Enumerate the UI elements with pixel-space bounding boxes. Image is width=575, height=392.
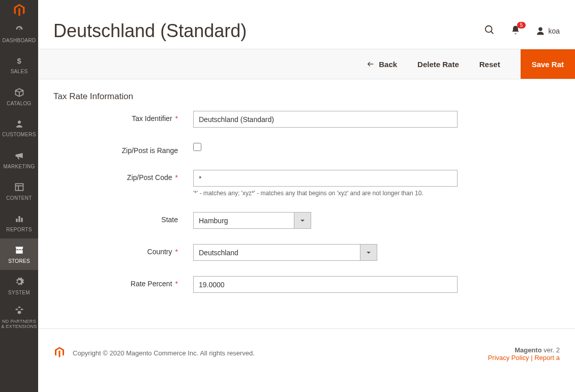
required-marker: *: [175, 248, 178, 256]
required-marker: *: [175, 114, 178, 123]
svg-rect-7: [21, 218, 22, 222]
zip-code-help: '*' - matches any; 'xyz*' - matches any …: [193, 190, 458, 197]
zip-is-range-label: Zip/Post is Range: [122, 146, 178, 155]
brand-name: Magento: [515, 346, 541, 354]
svg-point-1: [18, 120, 21, 124]
dollar-icon: $: [15, 56, 24, 67]
tax-rate-form: Tax Rate Information Tax Identifier* Zip…: [38, 79, 575, 328]
search-icon[interactable]: [484, 24, 495, 38]
store-icon: [14, 245, 24, 256]
field-tax-identifier: Tax Identifier*: [53, 111, 560, 128]
notification-badge: 5: [517, 22, 526, 28]
gear-icon: [14, 277, 24, 288]
svg-rect-6: [18, 216, 20, 222]
layout-icon: [14, 182, 24, 193]
person-icon: [15, 119, 24, 130]
bars-icon: [14, 214, 24, 225]
sidebar-item-customers[interactable]: CUSTOMERS: [0, 112, 38, 144]
version-text: ver. 2: [542, 346, 560, 354]
blocks-icon: [14, 306, 24, 317]
sidebar-item-sales[interactable]: $SALES: [0, 49, 38, 81]
field-state: State Hamburg: [53, 212, 560, 229]
sidebar-label: ND PARTNERS & EXTENSIONS: [1, 319, 37, 329]
field-rate-percent: Rate Percent*: [53, 276, 560, 293]
sidebar-label: SALES: [11, 69, 28, 74]
save-rate-button[interactable]: Save Rat: [521, 49, 575, 79]
action-bar: Back Delete Rate Reset Save Rat: [38, 49, 575, 79]
title-bar: Deutschland (Standard) 5 koa: [38, 0, 575, 49]
sidebar-item-marketing[interactable]: MARKETING: [0, 144, 38, 175]
zip-is-range-checkbox[interactable]: [193, 143, 201, 151]
back-button[interactable]: Back: [367, 60, 397, 69]
chevron-down-icon: [294, 213, 311, 228]
sidebar-label: CATALOG: [7, 101, 31, 106]
sidebar-label: REPORTS: [6, 227, 32, 232]
box-icon: [14, 87, 24, 99]
country-select[interactable]: Deutschland: [193, 244, 377, 261]
page-footer: Copyright © 2020 Magento Commerce Inc. A…: [38, 328, 575, 382]
notifications-icon[interactable]: 5: [510, 25, 521, 37]
username: koa: [548, 27, 560, 35]
copyright-text: Copyright © 2020 Magento Commerce Inc. A…: [73, 349, 255, 357]
delete-rate-button[interactable]: Delete Rate: [417, 60, 459, 69]
sidebar-item-content[interactable]: CONTENT: [0, 175, 38, 207]
required-marker: *: [175, 173, 178, 182]
section-title: Tax Rate Information: [53, 92, 560, 102]
dashboard-icon: [14, 24, 24, 36]
magento-logo[interactable]: [0, 0, 38, 18]
sidebar-label: CONTENT: [6, 195, 32, 201]
megaphone-icon: [14, 150, 24, 162]
user-menu[interactable]: koa: [536, 26, 560, 36]
page-title: Deutschland (Standard): [53, 20, 247, 42]
sidebar-label: SYSTEM: [8, 290, 30, 295]
state-select[interactable]: Hamburg: [193, 212, 311, 229]
chevron-down-icon: [360, 245, 377, 260]
field-zip-code: Zip/Post Code* '*' - matches any; 'xyz*'…: [53, 170, 560, 197]
svg-text:$: $: [17, 56, 21, 65]
field-country: Country* Deutschland: [53, 244, 560, 261]
sidebar-label: DASHBOARD: [2, 38, 36, 43]
zip-code-input[interactable]: [193, 170, 458, 187]
rate-percent-label: Rate Percent: [131, 280, 172, 288]
sidebar-label: STORES: [8, 258, 30, 264]
svg-rect-5: [16, 219, 17, 222]
rate-percent-input[interactable]: [193, 276, 458, 293]
field-zip-is-range: Zip/Post is Range: [53, 143, 560, 155]
sidebar-item-reports[interactable]: REPORTS: [0, 207, 38, 238]
svg-point-8: [486, 26, 492, 33]
required-marker: *: [175, 280, 178, 288]
sidebar-item-dashboard[interactable]: DASHBOARD: [0, 18, 38, 49]
sidebar-item-system[interactable]: SYSTEM: [0, 270, 38, 301]
svg-rect-2: [15, 184, 23, 190]
reset-button[interactable]: Reset: [479, 60, 500, 69]
zip-code-label: Zip/Post Code: [127, 173, 172, 182]
sidebar-label: CUSTOMERS: [2, 132, 36, 137]
sidebar-label: MARKETING: [3, 164, 35, 169]
footer-links[interactable]: Privacy Policy | Report a: [488, 354, 560, 361]
sidebar-item-catalog[interactable]: CATALOG: [0, 81, 38, 112]
magento-logo-icon: [53, 346, 66, 360]
tax-identifier-label: Tax Identifier: [132, 114, 172, 123]
country-label: Country: [147, 248, 172, 256]
sidebar-nav: DASHBOARD $SALES CATALOG CUSTOMERS MARKE…: [0, 0, 38, 392]
sidebar-item-stores[interactable]: STORES: [0, 238, 38, 270]
svg-point-10: [539, 27, 543, 32]
svg-line-9: [491, 32, 494, 34]
main-content: Deutschland (Standard) 5 koa Back Delete…: [38, 0, 575, 392]
tax-identifier-input[interactable]: [193, 111, 458, 128]
state-label: State: [161, 216, 178, 224]
sidebar-item-partners[interactable]: ND PARTNERS & EXTENSIONS: [0, 301, 38, 333]
